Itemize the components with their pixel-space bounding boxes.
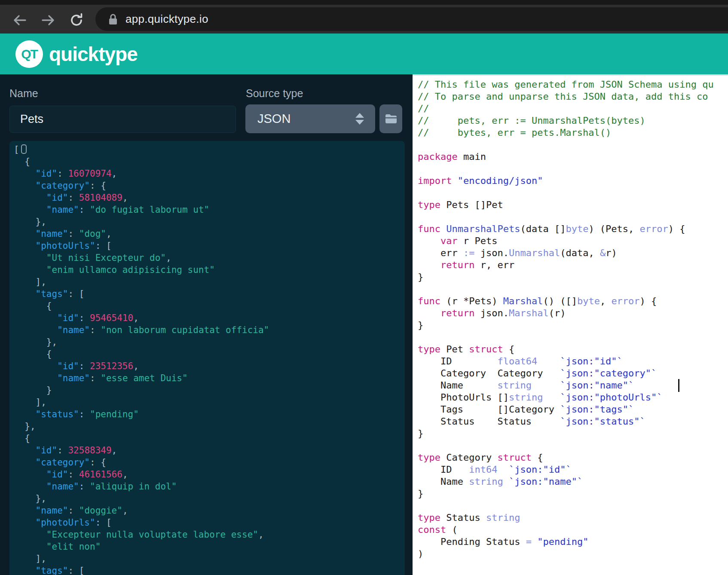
text-cursor	[678, 379, 679, 392]
back-arrow-icon	[12, 13, 27, 28]
code-line: }	[418, 488, 728, 500]
go-code: // This file was generated from JSON Sch…	[413, 76, 728, 560]
forward-arrow-icon	[41, 13, 55, 28]
code-line: )	[418, 548, 728, 560]
source-panel: Name Source type JSON [ { "id": 16070974…	[0, 74, 413, 575]
code-line	[418, 283, 728, 295]
code-line: err := json.Unmarshal(data, &r)	[418, 247, 728, 259]
code-line: Tags []Category `json:"tags"`	[418, 404, 728, 416]
code-line: ID int64 `json:"id"`	[418, 464, 728, 476]
code-line: "enim ullamco adipisicing sunt"	[14, 264, 405, 276]
code-line: ],	[14, 276, 405, 288]
code-line: "name": "aliquip in dol"	[14, 480, 405, 492]
code-line: "Excepteur nulla voluptate labore esse",	[14, 529, 405, 541]
code-line: Name string `json:"name"`	[418, 476, 728, 488]
code-line: {	[14, 300, 405, 312]
quicktype-app: app.quicktype.io QT quicktype Name Sourc…	[0, 0, 728, 575]
code-line: Status Status `json:"status"`	[418, 416, 728, 428]
open-file-button[interactable]	[379, 104, 402, 133]
brand-wordmark: quicktype	[49, 43, 138, 66]
code-line: // bytes, err = pets.Marshal()	[418, 127, 728, 139]
code-line: {	[14, 432, 405, 444]
source-type-label: Source type	[246, 87, 303, 100]
logo-monogram: QT	[21, 47, 37, 61]
code-line: return json.Marshal(r)	[418, 307, 728, 319]
generated-code-panel[interactable]: // This file was generated from JSON Sch…	[413, 74, 728, 575]
code-line: package main	[418, 151, 728, 163]
code-line: [	[14, 144, 405, 156]
code-line: Pending Status = "pending"	[418, 536, 728, 548]
name-label: Name	[9, 87, 38, 100]
code-line: // pets, err := UnmarshalPets(bytes)	[418, 115, 728, 127]
source-type-select[interactable]: JSON	[245, 104, 375, 133]
code-line: // This file was generated from JSON Sch…	[418, 79, 728, 91]
window-title-strip	[0, 0, 728, 5]
code-line	[418, 211, 728, 223]
code-line: },	[14, 336, 405, 348]
json-source-editor[interactable]: [ { "id": 16070974, "category": { "id": …	[9, 141, 405, 575]
code-line: {	[14, 156, 405, 168]
code-line: "category": {	[14, 456, 405, 468]
code-line: type Pets []Pet	[418, 199, 728, 211]
browser-reload-button[interactable]	[68, 12, 85, 29]
code-line: }	[14, 384, 405, 396]
code-line	[418, 331, 728, 343]
code-line: "id": 46161566,	[14, 468, 405, 480]
code-line: ],	[14, 553, 405, 565]
code-line	[418, 500, 728, 512]
code-line: ID float64 `json:"id"`	[418, 355, 728, 367]
source-type-value: JSON	[257, 112, 355, 126]
code-line: "id": 58104089,	[14, 192, 405, 204]
code-line: "tags": [	[14, 288, 405, 300]
code-line: "name": "esse amet Duis"	[14, 372, 405, 384]
code-line: "Ut nisi Excepteur do",	[14, 252, 405, 264]
code-line: // To parse and unparse this JSON data, …	[418, 91, 728, 103]
code-line: type Pet struct {	[418, 343, 728, 355]
code-line: "elit non"	[14, 541, 405, 553]
code-line: var r Pets	[418, 235, 728, 247]
select-updown-icon	[355, 113, 364, 125]
code-line: },	[14, 216, 405, 228]
code-line: func UnmarshalPets(data []byte) (Pets, e…	[418, 223, 728, 235]
code-line: "category": {	[14, 180, 405, 192]
code-line: import "encoding/json"	[418, 175, 728, 187]
code-line: //	[418, 103, 728, 115]
code-line: {	[14, 348, 405, 360]
code-line: type Category struct {	[418, 452, 728, 464]
code-line: Name string `json:"name"`	[418, 379, 728, 391]
url-text: app.quicktype.io	[125, 12, 208, 26]
code-line: "id": 23512356,	[14, 360, 405, 372]
url-bar[interactable]: app.quicktype.io	[95, 7, 728, 31]
code-line: func (r *Pets) Marshal() ([]byte, error)…	[418, 295, 728, 307]
name-input[interactable]	[9, 106, 236, 133]
code-line: PhotoUrls []string `json:"photoUrls"`	[418, 391, 728, 404]
reload-icon	[69, 12, 84, 28]
code-line: const (	[418, 524, 728, 536]
code-line	[418, 163, 728, 175]
quicktype-logo-icon: QT	[15, 40, 43, 68]
code-line: }	[418, 271, 728, 283]
browser-forward-button[interactable]	[40, 12, 57, 29]
code-line: "status": "pending"	[14, 408, 405, 420]
code-line: "id": 32588349,	[14, 444, 405, 456]
code-line: "name": "dog",	[14, 228, 405, 240]
code-line: "photoUrls": [	[14, 517, 405, 529]
lock-icon	[108, 13, 118, 25]
code-line: type Status string	[418, 512, 728, 524]
code-line: "id": 16070974,	[14, 168, 405, 180]
code-line: }	[418, 428, 728, 440]
folder-icon	[385, 113, 398, 125]
browser-back-button[interactable]	[11, 12, 28, 29]
code-line: "name": "doggie",	[14, 505, 405, 517]
json-code: [ { "id": 16070974, "category": { "id": …	[9, 141, 405, 575]
browser-toolbar: app.quicktype.io	[0, 0, 728, 34]
code-line: ],	[14, 396, 405, 408]
code-line	[418, 440, 728, 452]
code-line: "id": 95465410,	[14, 312, 405, 324]
code-line: "name": "non laborum cupidatat officia"	[14, 324, 405, 336]
code-line	[418, 139, 728, 151]
code-line: "photoUrls": [	[14, 240, 405, 252]
code-line: }	[418, 319, 728, 331]
code-line: Category Category `json:"category"`	[418, 367, 728, 379]
code-line: },	[14, 492, 405, 505]
